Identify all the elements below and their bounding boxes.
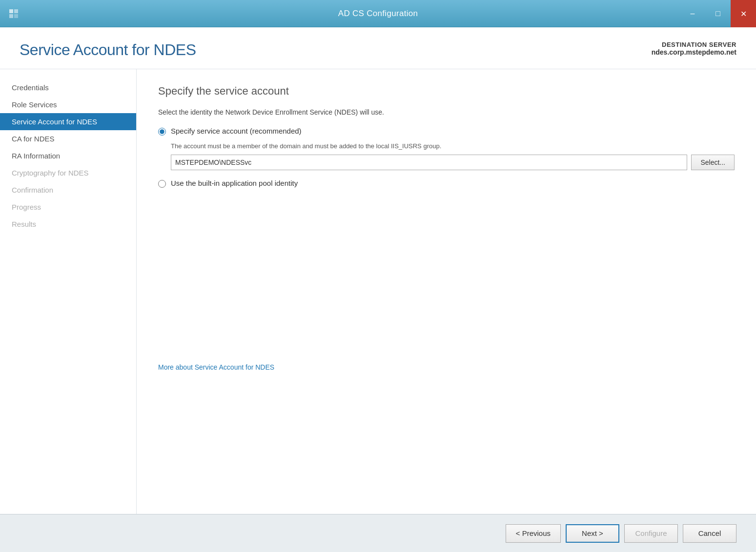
sidebar-item-cryptography: Cryptography for NDES (0, 164, 136, 181)
sidebar-item-ca-for-ndes[interactable]: CA for NDES (0, 130, 136, 147)
app-icon (7, 7, 20, 20)
sidebar-item-service-account[interactable]: Service Account for NDES (0, 113, 136, 130)
account-input[interactable] (171, 155, 687, 170)
radio-specify-label[interactable]: Specify service account (recommended) (171, 127, 302, 135)
destination-value: ndes.corp.mstepdemo.net (652, 48, 736, 56)
radio-specify-input[interactable] (158, 128, 166, 136)
destination-label: DESTINATION SERVER (652, 41, 736, 48)
configure-button[interactable]: Configure (624, 524, 678, 543)
radio-builtin-input[interactable] (158, 180, 166, 188)
sidebar-item-progress: Progress (0, 198, 136, 216)
svg-rect-2 (9, 14, 13, 18)
minimize-button[interactable]: – (680, 0, 705, 27)
svg-rect-1 (14, 9, 18, 13)
window-controls: – □ ✕ (680, 0, 756, 27)
svg-rect-3 (14, 14, 18, 18)
sidebar-item-role-services[interactable]: Role Services (0, 96, 136, 113)
radio-option-specify-account: Specify service account (recommended) (158, 127, 735, 136)
page-title: Service Account for NDES (20, 41, 196, 59)
destination-server: DESTINATION SERVER ndes.corp.mstepdemo.n… (652, 41, 736, 56)
sidebar-item-ra-information[interactable]: RA Information (0, 147, 136, 164)
radio-builtin-label[interactable]: Use the built-in application pool identi… (171, 179, 298, 187)
radio-option-builtin: Use the built-in application pool identi… (158, 179, 735, 188)
main-panel: Specify the service account Select the i… (137, 69, 756, 514)
sidebar: Credentials Role Services Service Accoun… (0, 69, 137, 514)
main-window: Service Account for NDES DESTINATION SER… (0, 27, 756, 552)
cancel-button[interactable]: Cancel (683, 524, 736, 543)
window-title: AD CS Configuration (338, 9, 418, 19)
account-note: The account must be a member of the doma… (171, 142, 735, 150)
next-button[interactable]: Next > (566, 524, 619, 543)
previous-button[interactable]: < Previous (506, 524, 561, 543)
select-button[interactable]: Select... (691, 155, 735, 170)
sidebar-item-credentials[interactable]: Credentials (0, 79, 136, 96)
sidebar-item-confirmation: Confirmation (0, 181, 136, 198)
svg-rect-0 (9, 9, 13, 13)
header-area: Service Account for NDES DESTINATION SER… (0, 27, 756, 69)
footer: < Previous Next > Configure Cancel (0, 514, 756, 552)
description-text: Select the identity the Network Device E… (158, 108, 735, 116)
close-button[interactable]: ✕ (731, 0, 756, 27)
maximize-button[interactable]: □ (705, 0, 731, 27)
more-about-link[interactable]: More about Service Account for NDES (158, 363, 735, 371)
section-title: Specify the service account (158, 85, 735, 98)
account-input-row: Select... (171, 155, 735, 170)
sidebar-item-results: Results (0, 216, 136, 233)
content-area: Credentials Role Services Service Accoun… (0, 69, 756, 514)
titlebar: AD CS Configuration – □ ✕ (0, 0, 756, 27)
